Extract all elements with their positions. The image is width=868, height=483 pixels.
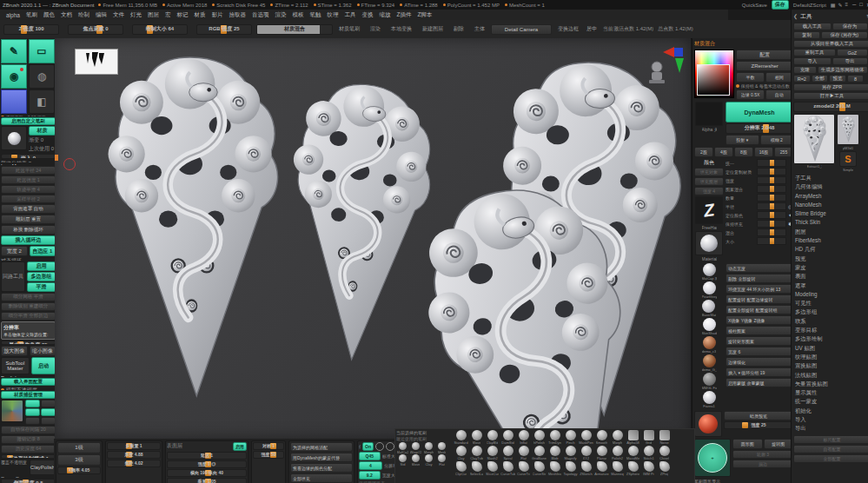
menu-item[interactable]: 绘制 [76,11,92,19]
detail-row[interactable]: 剔除 全部旋转 [726,274,793,283]
lazymouse-row[interactable]: 采样半径 2 [1,195,56,203]
align-loop-label[interactable]: 对齐循环 [1,257,56,260]
edge-option[interactable]: 边缘 0.5X [736,89,764,100]
brush-thumb[interactable]: ClayBld [485,430,500,445]
surface-slider[interactable]: 强度 1 ◎ [167,460,247,468]
chip-4[interactable] [41,408,56,416]
surface-slider[interactable]: 延迟 1 [167,452,247,460]
thickness-slider[interactable]: 多重置 1 [107,442,161,450]
subpalette-item[interactable]: 矢量置换贴图 [793,380,868,388]
matcap-item[interactable]: PearlGrey [702,281,717,299]
keep-groups-label[interactable]: 保持组 & 每毫米活动点数 1 [736,83,793,89]
setting-slider-row[interactable]: 定位颜色 ✦ [726,211,793,219]
sculpt-pendant-2[interactable] [280,80,436,364]
menu-item[interactable]: Z脚本 [414,11,434,19]
subpalette-item[interactable]: 显示属性 [793,388,868,397]
subpalette-item[interactable]: 置换贴图 [793,361,868,370]
brush-thumb[interactable]: TrimDyn [547,430,562,445]
detail-row[interactable]: 动态宽度 [726,263,793,273]
subpalette-item[interactable]: FiberMesh [793,236,868,245]
brush-thumb[interactable]: MaskPen [579,430,593,445]
custom-brush-bar[interactable]: 启用自定义笔刷 [1,117,56,125]
edge-row[interactable]: 雕刻层 重置 [1,215,56,224]
chip-1[interactable] [25,400,40,407]
edge-row[interactable]: 桥接 删除循环 [1,225,56,235]
detail-row[interactable]: 配置旋转 配置边缘旋转 [726,294,793,304]
chip-6[interactable] [41,417,56,425]
subpalette-item[interactable]: ArrayMesh [793,192,868,201]
tool-button[interactable]: 生成多边形网格物体 [818,66,868,74]
subpalette-item[interactable]: 导出 [793,424,868,433]
subpalette-item[interactable]: 子工具 [793,174,868,182]
subdiv-row[interactable]: 细分平滑 全部折边 [1,312,56,321]
detail-row[interactable]: 插入 ▾ 循环分组 19 [726,367,793,377]
polycount-slider[interactable]: zmodel2 201.M [793,102,868,112]
brush-thumb[interactable]: MeshIns [547,461,562,476]
brush-thumb[interactable]: Pinch [563,430,578,445]
lazymouse-row[interactable]: 轨迹平滑 4 [1,185,56,194]
brush-thumb[interactable]: Grid [641,430,656,445]
tool-button[interactable]: GoZ [837,49,868,56]
color-picker[interactable] [694,50,734,98]
tool-button[interactable]: 8 [847,75,865,83]
shelf-button[interactable]: 本地变换 [389,25,414,34]
resolution-slider[interactable]: 分辨率 2.048 [726,123,793,134]
menu-item[interactable]: 模板 [289,11,306,19]
shelf-slider[interactable]: 绘制大小 64 [132,24,188,35]
width-chip[interactable]: 宽度 2 [1,246,28,256]
color-row[interactable]: 强度 4 [694,187,724,195]
color-row[interactable]: 填充对象 [694,168,724,176]
brush-thumb[interactable]: ClayTub [469,446,484,460]
brush-thumb[interactable]: Armature [594,461,609,476]
toggle-ring-2[interactable] [386,442,394,451]
picker-icon-label[interactable]: 旋转图 [764,439,794,449]
menu-item[interactable]: 笔触 [307,11,323,19]
sv-box[interactable] [697,64,730,96]
stm-launch-chip[interactable]: 启动 [31,357,56,374]
subpalette-item[interactable]: 几何体编辑 [793,182,868,191]
material-mix-slider[interactable]: 材质混合 [256,24,333,35]
shelf-button[interactable]: 新建图层 [421,25,445,34]
matcap-item[interactable]: demo_c3 [702,336,716,354]
gray-slider[interactable]: 自动保存间隔 20 [1,426,56,434]
brush-thumb[interactable]: XYZ [579,446,593,460]
menu-item[interactable]: 文件 [110,11,127,19]
brush-thumb[interactable]: CurveStr [532,461,547,476]
symmetry-slider[interactable]: 强度 50 [253,451,284,459]
stroke-mode-icon[interactable]: ▭ [29,39,55,63]
tool-button[interactable]: 从项目世界载入工具 [793,40,868,48]
tool-button[interactable]: 全部 [812,75,829,83]
brush-thumb[interactable]: SelectLa [469,461,484,476]
window-control-icon[interactable]: ─ [852,2,856,8]
picker-icon-label[interactable]: 圆形图 [732,439,763,449]
window-control-icon[interactable]: □ [859,2,863,8]
brush-thumb[interactable]: hPolish [532,430,547,445]
adapt-row[interactable]: 全部填充 [290,473,353,483]
thickness-slider[interactable]: 厚度 4.88 [107,451,161,459]
brush-thumb[interactable]: Stitch1 [641,446,656,460]
detail-row[interactable]: 宽度 6 [726,347,793,356]
keeper-value[interactable]: Q45 [359,452,381,460]
brush-thumb[interactable]: CurveTri [516,461,531,476]
menu-item[interactable]: 颜色 [41,11,57,19]
setting-slider-row[interactable]: 数量 [726,194,793,202]
document-thumbnail[interactable] [75,49,118,75]
tool-button[interactable]: 克隆 [793,66,817,74]
subdiv-button[interactable]: 2股 [694,147,713,157]
embed-slider[interactable]: 嵌入 0 [1,154,56,159]
subdiv-button[interactable]: 4股 [714,147,733,157]
subpalette-item[interactable]: 法线贴图 [793,371,868,380]
dynamesh-option[interactable]: 投射 ▾ [726,135,759,145]
setting-slider-row[interactable]: 半径 ◎ [726,202,793,210]
tool-button[interactable]: 打开▶工具 [793,92,868,100]
detail-row[interactable]: 启用蒙版 余量蒙版 [726,378,793,387]
subpalette-item[interactable]: 多边形绘制 [793,334,868,343]
subpalette-item[interactable]: 遮罩 [793,281,868,290]
menu-item[interactable]: 拾取器 [226,11,248,19]
subpalette-item[interactable]: 变形目标 [793,326,868,334]
brush-thumb[interactable]: Clay [454,446,468,460]
keeper-value[interactable]: 4 [359,461,382,470]
gradient-tool-icon[interactable]: ◧ [29,89,55,114]
polypaint-slider[interactable]: 多边形绘制模式 1 [1,454,56,460]
focal-angle-slider[interactable]: 最大聚焦角度 25 [1,341,56,346]
